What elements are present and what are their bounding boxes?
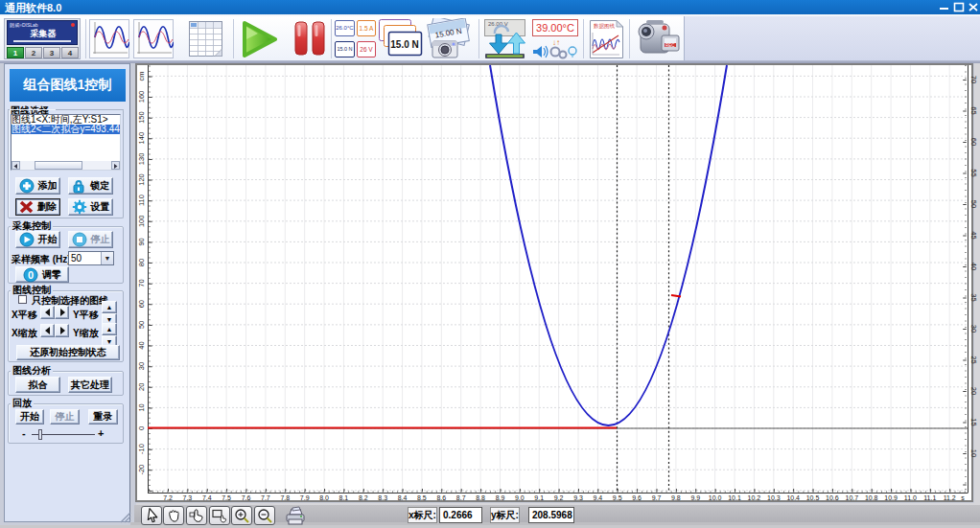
svg-text:8.2: 8.2 bbox=[359, 494, 368, 501]
svg-text:15.0 N: 15.0 N bbox=[390, 39, 418, 50]
svg-text:7.8: 7.8 bbox=[280, 494, 290, 501]
svg-text:8.9: 8.9 bbox=[496, 494, 505, 501]
svg-text:-10: -10 bbox=[137, 444, 146, 454]
svg-text:50: 50 bbox=[969, 200, 978, 208]
svg-text:9.7: 9.7 bbox=[652, 494, 662, 501]
svg-text:160: 160 bbox=[137, 91, 146, 103]
svg-text:7.2: 7.2 bbox=[163, 494, 173, 501]
svg-text:7.6: 7.6 bbox=[242, 494, 251, 501]
svg-text:9.3: 9.3 bbox=[573, 494, 583, 501]
svg-text:60: 60 bbox=[137, 300, 146, 308]
svg-text:7.5: 7.5 bbox=[222, 494, 231, 501]
svg-text:8.6: 8.6 bbox=[436, 494, 446, 501]
svg-text:8.5: 8.5 bbox=[417, 494, 427, 501]
svg-text:55: 55 bbox=[969, 169, 978, 176]
svg-text:10.4: 10.4 bbox=[786, 494, 800, 501]
svg-text:8.7: 8.7 bbox=[456, 494, 466, 501]
svg-text:39.00°C: 39.00°C bbox=[536, 22, 574, 34]
svg-text:0: 0 bbox=[28, 269, 34, 281]
svg-text:10.2: 10.2 bbox=[748, 494, 761, 501]
svg-text:40: 40 bbox=[137, 341, 146, 349]
svg-text:cm: cm bbox=[137, 71, 146, 80]
svg-text:7.9: 7.9 bbox=[300, 494, 310, 501]
svg-text:120: 120 bbox=[137, 173, 146, 186]
svg-text:130: 130 bbox=[137, 153, 146, 166]
svg-text:80: 80 bbox=[137, 259, 146, 266]
svg-text:8.1: 8.1 bbox=[339, 494, 349, 501]
svg-text:s: s bbox=[961, 494, 965, 501]
svg-text:20: 20 bbox=[969, 387, 978, 395]
svg-text:45: 45 bbox=[969, 231, 978, 239]
svg-text:15: 15 bbox=[969, 418, 978, 425]
svg-text:50: 50 bbox=[137, 321, 146, 329]
svg-text:10.9: 10.9 bbox=[884, 494, 898, 501]
svg-text:0: 0 bbox=[137, 426, 146, 430]
svg-text:11.0: 11.0 bbox=[904, 494, 917, 501]
svg-text:9.6: 9.6 bbox=[632, 494, 642, 501]
svg-text:10: 10 bbox=[137, 403, 146, 411]
svg-text:7.7: 7.7 bbox=[261, 494, 270, 501]
svg-text:REC: REC bbox=[665, 43, 675, 48]
svg-text:9.2: 9.2 bbox=[554, 494, 564, 501]
svg-text:8.4: 8.4 bbox=[398, 494, 408, 501]
svg-text:150: 150 bbox=[137, 111, 146, 124]
svg-text:10.3: 10.3 bbox=[767, 494, 781, 501]
svg-text:65: 65 bbox=[969, 106, 978, 114]
svg-text:30: 30 bbox=[137, 362, 146, 370]
svg-text:↓↑: ↓↑ bbox=[552, 38, 560, 47]
svg-text:140: 140 bbox=[137, 132, 146, 145]
svg-text:40: 40 bbox=[969, 263, 978, 270]
svg-text:9.9: 9.9 bbox=[690, 494, 700, 501]
svg-text:8.3: 8.3 bbox=[378, 494, 387, 501]
svg-text:100: 100 bbox=[137, 216, 146, 228]
svg-text:8.0: 8.0 bbox=[319, 494, 329, 501]
svg-text:10.6: 10.6 bbox=[826, 494, 839, 501]
svg-text:8.8: 8.8 bbox=[476, 494, 485, 501]
svg-text:7.4: 7.4 bbox=[202, 494, 212, 501]
svg-text:9.4: 9.4 bbox=[594, 494, 603, 501]
svg-text:20: 20 bbox=[137, 383, 146, 391]
svg-text:110: 110 bbox=[137, 195, 146, 206]
svg-text:10.8: 10.8 bbox=[865, 494, 878, 501]
svg-text:35: 35 bbox=[969, 293, 978, 301]
svg-text:25: 25 bbox=[969, 356, 978, 363]
svg-text:10.7: 10.7 bbox=[845, 494, 858, 501]
svg-text:10.1: 10.1 bbox=[728, 494, 741, 501]
svg-text:7.3: 7.3 bbox=[183, 494, 193, 501]
svg-text:-20: -20 bbox=[137, 465, 146, 475]
svg-text:70: 70 bbox=[969, 76, 978, 83]
svg-text:9.8: 9.8 bbox=[671, 494, 681, 501]
svg-text:10.5: 10.5 bbox=[806, 494, 820, 501]
svg-text:11.1: 11.1 bbox=[923, 494, 936, 501]
svg-text:9.5: 9.5 bbox=[613, 494, 622, 501]
svg-text:9.1: 9.1 bbox=[534, 494, 544, 501]
svg-text:60: 60 bbox=[969, 138, 978, 146]
svg-text:30: 30 bbox=[969, 325, 978, 333]
svg-text:数据图线: 数据图线 bbox=[594, 23, 616, 30]
svg-text:90: 90 bbox=[137, 238, 146, 245]
svg-text:10: 10 bbox=[969, 449, 978, 457]
svg-text:11.2: 11.2 bbox=[944, 494, 956, 501]
svg-text:10.0: 10.0 bbox=[709, 494, 722, 501]
svg-text:9.0: 9.0 bbox=[515, 494, 525, 501]
svg-text:70: 70 bbox=[137, 279, 146, 287]
